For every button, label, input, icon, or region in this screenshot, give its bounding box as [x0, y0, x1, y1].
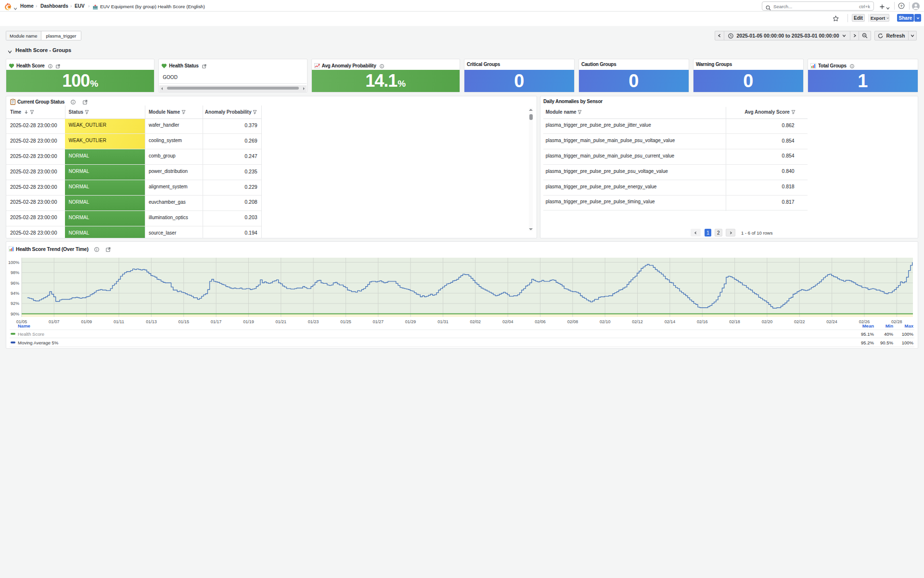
svg-text:40%: 40%: [884, 331, 894, 337]
svg-text:01/17: 01/17: [211, 319, 222, 324]
svg-text:02/08: 02/08: [567, 319, 578, 324]
svg-text:100%: 100%: [902, 331, 914, 337]
svg-text:92%: 92%: [11, 301, 19, 306]
svg-text:01/19: 01/19: [243, 319, 254, 324]
svg-text:02/18: 02/18: [729, 319, 740, 324]
svg-text:01/29: 01/29: [405, 319, 416, 324]
svg-text:01/31: 01/31: [437, 319, 449, 324]
svg-text:01/09: 01/09: [81, 319, 92, 324]
svg-text:98%: 98%: [11, 270, 19, 275]
svg-text:02/12: 02/12: [632, 319, 643, 324]
svg-text:01/07: 01/07: [49, 319, 60, 324]
svg-text:95.2%: 95.2%: [861, 340, 874, 345]
svg-text:Min: Min: [886, 323, 894, 328]
svg-text:02/14: 02/14: [665, 319, 676, 324]
svg-text:01/25: 01/25: [340, 319, 351, 324]
svg-text:90.5%: 90.5%: [880, 340, 893, 345]
svg-text:?: ?: [900, 4, 903, 8]
svg-text:01/21: 01/21: [276, 319, 287, 324]
svg-text:Name: Name: [18, 323, 30, 328]
svg-text:02/16: 02/16: [697, 319, 708, 324]
svg-text:02/24: 02/24: [826, 319, 837, 324]
svg-text:02/02: 02/02: [470, 319, 481, 324]
svg-text:01/11: 01/11: [114, 319, 124, 324]
svg-text:100%: 100%: [902, 340, 914, 345]
svg-text:01/23: 01/23: [308, 319, 319, 324]
svg-text:Max: Max: [905, 323, 914, 328]
svg-text:01/15: 01/15: [178, 319, 189, 324]
svg-text:96%: 96%: [11, 281, 19, 286]
svg-text:94%: 94%: [11, 291, 19, 296]
svg-text:Moving Average 5%: Moving Average 5%: [18, 340, 59, 345]
svg-text:95.1%: 95.1%: [861, 331, 874, 337]
svg-text:01/27: 01/27: [373, 319, 384, 324]
svg-text:02/04: 02/04: [502, 319, 513, 324]
svg-text:02/22: 02/22: [794, 319, 805, 324]
svg-text:Mean: Mean: [862, 323, 874, 328]
svg-text:100%: 100%: [8, 260, 19, 265]
svg-text:02/06: 02/06: [535, 319, 546, 324]
svg-text:01/13: 01/13: [146, 319, 157, 324]
svg-text:02/10: 02/10: [600, 319, 611, 324]
svg-text:90%: 90%: [11, 312, 19, 316]
svg-text:Health Score: Health Score: [18, 331, 44, 337]
svg-text:02/20: 02/20: [762, 319, 773, 324]
